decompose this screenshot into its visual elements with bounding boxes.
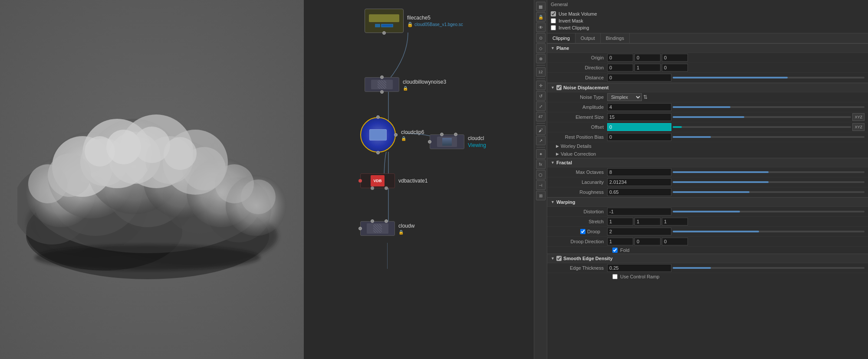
direction-x-field[interactable] <box>607 64 633 72</box>
toolbar-move-btn[interactable]: ✛ <box>536 81 546 90</box>
fold-checkbox[interactable] <box>612 248 618 253</box>
use-control-ramp-checkbox[interactable] <box>612 274 618 279</box>
toolbar-eye-btn[interactable]: 👁 <box>536 23 546 32</box>
element-size-slider[interactable] <box>673 116 851 118</box>
droop-direction-x-field[interactable] <box>607 238 633 245</box>
distance-slider-container <box>607 74 865 82</box>
smooth-edge-section-header[interactable]: ▼ Smooth Edge Density <box>547 254 868 263</box>
toolbar-diamond-btn[interactable]: ◇ <box>536 43 546 53</box>
cloud-render-area <box>0 0 304 359</box>
amplitude-value-field[interactable] <box>607 103 671 111</box>
droop-direction-y-field[interactable] <box>635 238 661 245</box>
toolbar-light-btn[interactable]: ⊙ <box>536 33 546 42</box>
toolbar-scale-btn[interactable]: ⤢ <box>536 101 546 111</box>
direction-z-field[interactable] <box>662 64 688 72</box>
element-size-xyz-btn[interactable]: XYZ <box>852 113 865 121</box>
droop-checkbox[interactable] <box>580 229 585 234</box>
toolbar-bone-btn[interactable]: ⊣ <box>536 180 546 190</box>
toolbar-12-btn[interactable]: 12 <box>536 67 546 77</box>
toolbar-star-btn[interactable]: ✦ <box>536 149 546 159</box>
node-cloudclip[interactable]: cloudclip6 🔒 <box>360 117 424 153</box>
node-vdbactivate[interactable]: VDB vdbactivate1 <box>360 173 427 188</box>
direction-y-field[interactable] <box>635 64 661 72</box>
toolbar-rotate-btn[interactable]: ↺ <box>536 91 546 101</box>
invert-mask-checkbox[interactable] <box>551 18 556 23</box>
toolbar-hex-btn[interactable]: ⬡ <box>536 170 546 180</box>
rest-position-slider-fill <box>673 136 711 138</box>
node-cloudw[interactable]: cloudw 🔒 <box>360 221 414 236</box>
worley-details-row[interactable]: ▶ Worley Details <box>547 142 868 150</box>
edge-thickness-row: Edge Thickness <box>547 263 868 273</box>
element-size-value-field[interactable] <box>607 113 671 121</box>
noise-enabled-checkbox[interactable] <box>556 85 562 90</box>
plane-section-header[interactable]: ▼ Plane <box>547 43 868 53</box>
toolbar-fx-btn[interactable]: fx <box>536 160 546 169</box>
lacunarity-slider[interactable] <box>673 181 865 183</box>
offset-slider[interactable] <box>673 126 851 128</box>
tab-bindings[interactable]: Bindings <box>601 33 630 43</box>
direction-fields <box>607 64 865 72</box>
origin-z-field[interactable] <box>662 54 688 62</box>
noise-section-header[interactable]: ▼ Noise Displacement <box>547 83 868 92</box>
node-cloudright[interactable]: cloudcl Viewing <box>430 134 486 149</box>
svg-point-35 <box>35 245 260 271</box>
droop-direction-z-field[interactable] <box>662 238 688 245</box>
rest-position-label: Rest Position Bias <box>551 134 607 140</box>
distance-value-field[interactable] <box>607 74 671 82</box>
distortion-value-field[interactable] <box>607 208 671 215</box>
toolbar-47-btn[interactable]: 47 <box>536 112 546 121</box>
distance-slider[interactable] <box>673 77 865 78</box>
element-size-slider-fill <box>673 116 744 118</box>
tab-output[interactable]: Output <box>575 33 601 43</box>
droop-value-field[interactable] <box>607 228 671 235</box>
toolbar-select-btn[interactable]: ↗ <box>536 136 546 145</box>
stretch-y-field[interactable] <box>635 218 661 225</box>
distortion-label: Distortion <box>551 209 607 214</box>
tab-clipping[interactable]: Clipping <box>547 33 575 43</box>
edge-thickness-slider[interactable] <box>673 267 865 269</box>
lacunarity-value-field[interactable] <box>607 178 671 186</box>
edge-thickness-value-field[interactable] <box>607 264 671 272</box>
plane-section-body: Origin Direction Distance <box>547 53 868 83</box>
toolbar-lock-btn[interactable]: 🔒 <box>536 12 546 22</box>
offset-slider-container: XYZ <box>607 123 865 131</box>
invert-clipping-checkbox[interactable] <box>551 25 556 30</box>
smooth-edge-enabled-checkbox[interactable] <box>556 256 562 261</box>
cloud-svg <box>17 71 286 288</box>
toolbar-net-btn[interactable]: ⊞ <box>536 191 546 200</box>
node-graph[interactable]: filecache5 🔒 cloud05Base_v1.bgeo.sc <box>304 0 534 359</box>
max-octaves-slider[interactable] <box>673 171 865 173</box>
amplitude-slider[interactable] <box>673 106 865 108</box>
max-octaves-value-field[interactable] <box>607 168 671 176</box>
warping-section-body: Distortion Stretch Droop <box>547 207 868 254</box>
origin-y-field[interactable] <box>635 54 661 62</box>
origin-x-field[interactable] <box>607 54 633 62</box>
roughness-value-field[interactable] <box>607 188 671 196</box>
stretch-z-field[interactable] <box>662 218 688 225</box>
roughness-slider[interactable] <box>673 191 865 193</box>
node-filecache[interactable]: filecache5 🔒 cloud05Base_v1.bgeo.sc <box>365 9 463 33</box>
roughness-slider-fill <box>673 191 750 193</box>
rest-position-value-field[interactable] <box>607 133 671 141</box>
toolbar-paint-btn[interactable]: 🖌 <box>536 125 546 135</box>
toolbar-magnet-btn[interactable]: ⊕ <box>536 54 546 63</box>
stretch-x-field[interactable] <box>607 218 633 225</box>
max-octaves-slider-container <box>607 168 865 176</box>
toolbar-grid-btn[interactable]: ▦ <box>536 2 546 11</box>
offset-xyz-btn[interactable]: XYZ <box>852 123 865 131</box>
droop-slider[interactable] <box>673 231 865 232</box>
noise-type-dropdown[interactable]: Simplex Perlin Worley <box>607 93 642 101</box>
droop-direction-fields <box>607 238 865 245</box>
offset-value-field[interactable] <box>607 123 671 131</box>
node-cloudbillowy[interactable]: cloudbillowynoise3 🔒 <box>365 77 446 92</box>
distortion-slider[interactable] <box>673 211 865 212</box>
distance-row: Distance <box>547 73 868 83</box>
rest-position-slider[interactable] <box>673 136 865 138</box>
fractal-section-body: Max Octaves Lacunarity Roughness <box>547 167 868 197</box>
fractal-section-header[interactable]: ▼ Fractal <box>547 158 868 167</box>
value-correction-row[interactable]: ▶ Value Correction <box>547 150 868 158</box>
value-correction-label: Value Correction <box>561 151 596 157</box>
warping-section-header[interactable]: ▼ Warping <box>547 197 868 207</box>
use-mask-volume-checkbox[interactable] <box>551 11 556 16</box>
plane-triangle-icon: ▼ <box>551 46 555 50</box>
